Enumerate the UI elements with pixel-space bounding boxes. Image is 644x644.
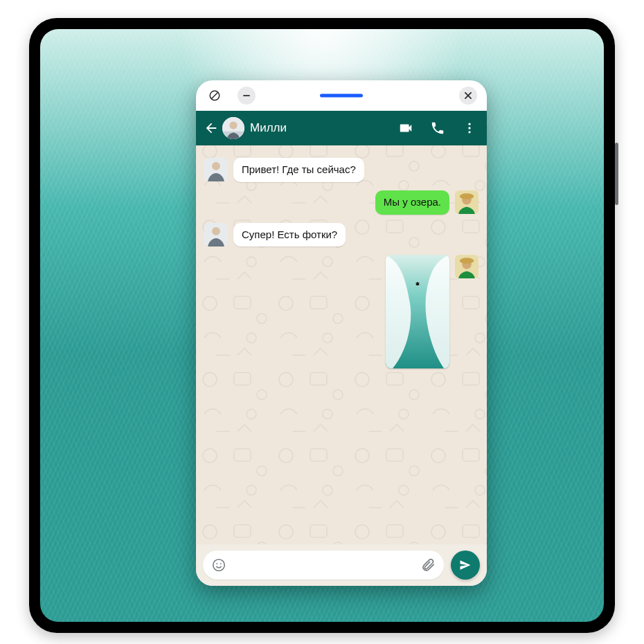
send-button[interactable] bbox=[451, 551, 480, 580]
chat-header: Милли bbox=[196, 111, 487, 145]
svg-point-16 bbox=[212, 162, 220, 170]
message-text: Мы у озера. bbox=[384, 196, 441, 208]
message-row: Мы у озера. bbox=[204, 190, 478, 215]
svg-point-26 bbox=[460, 258, 474, 265]
message-input-wrap bbox=[203, 551, 444, 580]
avatar-image bbox=[455, 190, 478, 214]
my-avatar[interactable] bbox=[455, 255, 478, 278]
message-input[interactable] bbox=[233, 560, 413, 571]
tablet-screen: Милли bbox=[40, 29, 604, 622]
message-bubble-in[interactable]: Привет! Где ты сейчас? bbox=[233, 158, 364, 182]
orientation-icon bbox=[208, 89, 221, 102]
attach-icon bbox=[420, 557, 436, 573]
svg-point-27 bbox=[213, 560, 225, 571]
svg-point-8 bbox=[468, 123, 470, 125]
message-area[interactable]: Привет! Где ты сейчас? Мы у озера. bbox=[196, 145, 487, 544]
contact-avatar[interactable] bbox=[222, 117, 244, 139]
svg-point-21 bbox=[212, 226, 220, 235]
message-list: Привет! Где ты сейчас? Мы у озера. bbox=[196, 145, 487, 544]
svg-point-9 bbox=[468, 127, 470, 129]
message-row: Супер! Есть фотки? bbox=[204, 223, 478, 247]
tablet-side-button bbox=[615, 143, 618, 205]
window-bar bbox=[196, 80, 487, 111]
contact-name[interactable]: Милли bbox=[250, 121, 398, 135]
message-bubble-in[interactable]: Супер! Есть фотки? bbox=[233, 223, 346, 247]
video-icon bbox=[398, 120, 413, 136]
video-call-button[interactable] bbox=[398, 120, 413, 136]
composer bbox=[196, 544, 487, 586]
svg-point-7 bbox=[229, 121, 237, 129]
menu-button[interactable] bbox=[462, 120, 477, 136]
svg-line-1 bbox=[212, 93, 218, 99]
minimize-button[interactable] bbox=[238, 87, 256, 105]
back-button[interactable] bbox=[202, 118, 221, 138]
avatar-image bbox=[455, 255, 478, 278]
attach-button[interactable] bbox=[420, 557, 436, 573]
close-icon bbox=[463, 91, 473, 100]
voice-call-button[interactable] bbox=[430, 120, 445, 136]
drag-handle[interactable] bbox=[320, 94, 363, 98]
avatar-image bbox=[204, 223, 228, 247]
minimize-icon bbox=[242, 91, 251, 100]
my-avatar[interactable] bbox=[455, 190, 478, 214]
close-button[interactable] bbox=[459, 87, 477, 105]
emoji-button[interactable] bbox=[211, 557, 226, 573]
message-photo[interactable] bbox=[386, 255, 449, 368]
message-bubble-out[interactable]: Мы у озера. bbox=[375, 190, 449, 215]
emoji-icon bbox=[211, 557, 226, 573]
sender-avatar[interactable] bbox=[204, 223, 228, 247]
avatar-image bbox=[222, 117, 244, 139]
orientation-button[interactable] bbox=[206, 87, 224, 105]
svg-point-28 bbox=[216, 563, 217, 564]
menu-icon bbox=[463, 121, 476, 135]
message-text: Супер! Есть фотки? bbox=[242, 229, 337, 240]
message-row: Привет! Где ты сейчас? bbox=[204, 158, 478, 182]
chat-window: Милли bbox=[196, 80, 487, 586]
photo-thumbnail bbox=[386, 255, 449, 368]
sender-avatar[interactable] bbox=[204, 158, 228, 181]
tablet-frame: Милли bbox=[29, 18, 615, 633]
svg-point-19 bbox=[460, 193, 474, 199]
avatar-image bbox=[204, 158, 228, 181]
arrow-left-icon bbox=[204, 120, 219, 136]
send-icon bbox=[458, 558, 472, 572]
message-row bbox=[204, 255, 478, 368]
svg-point-10 bbox=[468, 131, 470, 133]
message-text: Привет! Где ты сейчас? bbox=[242, 163, 356, 175]
call-icon bbox=[430, 120, 445, 136]
svg-point-29 bbox=[220, 563, 222, 564]
